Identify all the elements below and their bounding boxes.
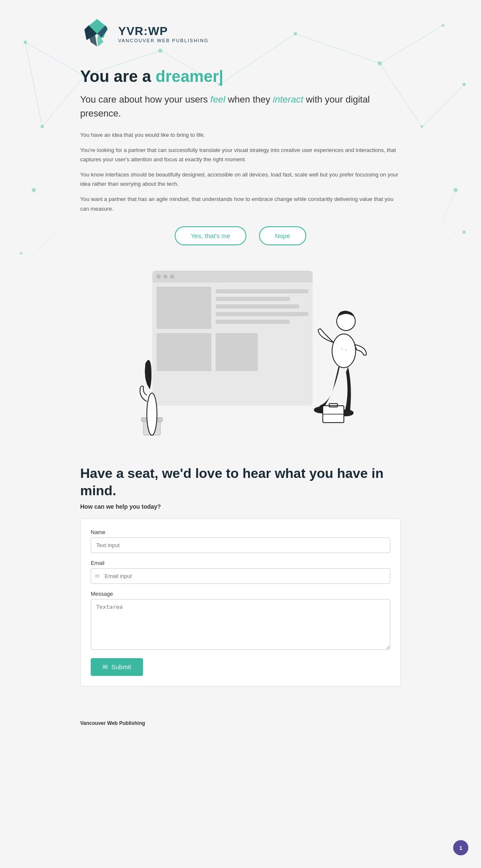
message-label: Message <box>91 591 390 597</box>
browser-dot-3 <box>170 274 174 279</box>
body-text-2: You're looking for a partner that can su… <box>80 146 401 164</box>
heading-accent: dreamer| <box>156 68 224 85</box>
svg-point-16 <box>442 24 444 27</box>
email-field-group: Email ✉ <box>91 560 390 584</box>
browser-bar <box>152 271 313 282</box>
contact-heading: Have a seat, we'd love to hear what you … <box>80 465 401 500</box>
contact-form: Name Email ✉ Message ✉ Submit <box>80 518 401 686</box>
svg-point-23 <box>462 231 466 234</box>
browser-lower-box2 <box>216 333 258 371</box>
svg-point-37 <box>332 334 356 368</box>
svg-line-27 <box>443 220 464 245</box>
svg-line-9 <box>422 84 464 127</box>
svg-line-26 <box>443 190 456 220</box>
svg-point-20 <box>32 188 36 192</box>
contact-subheading: How can we help you today? <box>80 503 401 510</box>
svg-point-17 <box>41 125 44 128</box>
browser-dot-1 <box>157 274 161 279</box>
svg-line-24 <box>34 190 68 224</box>
svg-point-22 <box>20 252 22 255</box>
name-label: Name <box>91 529 390 535</box>
plant-illustration <box>131 355 173 439</box>
message-field-group: Message <box>91 591 390 651</box>
name-input[interactable] <box>91 537 390 553</box>
logo-icon <box>80 17 114 51</box>
svg-line-25 <box>34 224 68 253</box>
svg-point-35 <box>147 393 157 435</box>
browser-line <box>216 304 299 309</box>
browser-line <box>216 320 290 324</box>
submit-icon: ✉ <box>103 663 108 671</box>
logo-subtitle: VANCOUVER WEB PUBLISHING <box>118 38 209 43</box>
page-badge: 1 <box>453 840 468 855</box>
message-textarea[interactable] <box>91 599 390 650</box>
svg-point-18 <box>421 125 423 128</box>
submit-button[interactable]: ✉ Submit <box>91 658 143 676</box>
hero-heading: You are a dreamer| <box>80 68 401 86</box>
person-illustration <box>300 304 376 439</box>
body-text-3: You know interfaces should be beautifull… <box>80 170 401 189</box>
yes-button[interactable]: Yes, that's me <box>175 226 246 245</box>
svg-point-43 <box>341 348 343 350</box>
submit-label: Submit <box>111 663 131 670</box>
browser-image <box>157 287 211 329</box>
email-input-wrapper: ✉ <box>91 568 390 584</box>
nope-button[interactable]: Nope <box>259 226 306 245</box>
svg-point-44 <box>345 349 347 351</box>
svg-marker-31 <box>89 34 97 46</box>
browser-line <box>216 312 308 316</box>
page-number: 1 <box>459 845 462 851</box>
body-text-4: You want a partner that has an agile min… <box>80 195 401 213</box>
contact-section: Have a seat, we'd love to hear what you … <box>80 465 401 686</box>
svg-point-21 <box>454 188 458 192</box>
svg-point-19 <box>462 83 466 86</box>
browser-mockup <box>152 271 313 406</box>
body-text-1: You have an idea that you would like to … <box>80 130 401 140</box>
email-icon: ✉ <box>95 573 100 579</box>
svg-line-6 <box>25 42 42 127</box>
hero-subheading: You care about how your users feel when … <box>80 92 401 120</box>
name-field-group: Name <box>91 529 390 553</box>
logo-area: YVR:WP VANCOUVER WEB PUBLISHING <box>80 17 401 51</box>
logo-title: YVR:WP <box>118 24 209 38</box>
footer-text: Vancouver Web Publishing <box>80 720 145 726</box>
svg-point-10 <box>24 41 27 44</box>
email-input[interactable] <box>91 568 390 584</box>
browser-line <box>216 289 308 293</box>
footer: Vancouver Web Publishing <box>80 712 401 739</box>
italic-feel: feel <box>211 94 225 105</box>
browser-line <box>216 297 290 301</box>
button-row: Yes, that's me Nope <box>80 226 401 245</box>
logo-text: YVR:WP VANCOUVER WEB PUBLISHING <box>118 24 209 43</box>
illustration-area <box>80 262 401 439</box>
email-label: Email <box>91 560 390 566</box>
italic-interact: interact <box>273 94 303 105</box>
browser-dot-2 <box>163 274 168 279</box>
